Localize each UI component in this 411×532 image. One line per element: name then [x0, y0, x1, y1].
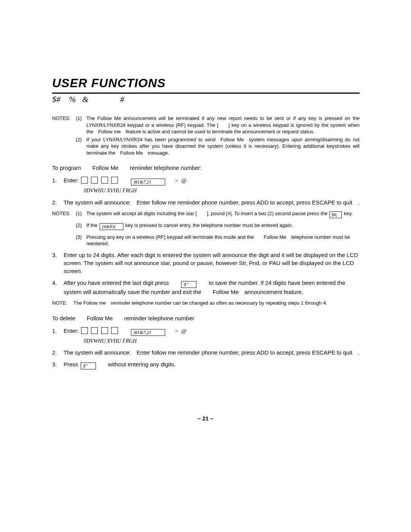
enter-label: Enter: [64, 328, 79, 334]
code-digit-box [91, 177, 98, 184]
delete-step-1: 1. Enter: )81&7,21 > @ 0DVWHU XVHU FRGH [52, 327, 360, 345]
enter-label: Enter: [64, 177, 79, 184]
function-key: )81&7,21 [131, 329, 165, 336]
notes-top-item-1: NOTES: (1) The Follow Me announcement wi… [52, 115, 360, 135]
function-key: )81&7,21 [131, 179, 165, 185]
code-digit-box [81, 177, 88, 184]
step-body: The system will announce: Enter follow m… [64, 348, 360, 356]
key-suffix: > @ [167, 177, 186, 184]
code-digit-box [101, 177, 108, 184]
escape-key: (6&$3( [100, 223, 123, 230]
step-number: 3. [52, 251, 64, 275]
notes-text: If your LYNXR/LYNXR24 has been programme… [86, 136, 360, 157]
notes-index: (2) [76, 136, 86, 157]
step-body: Enter: )81&7,21 > @ 0DVWHU XVHU FRGH [64, 327, 360, 345]
step-body: After you have entered the last digit pr… [64, 279, 360, 296]
code-digit-box [91, 327, 98, 334]
step-body: Enter up to 24 digits. After each digit … [64, 251, 360, 275]
add-key: $'' [181, 281, 196, 288]
notes-label: NOTES: [52, 115, 76, 135]
add-key: $'' [81, 363, 96, 369]
code-digit-box [111, 177, 118, 184]
notes-index: (3) [76, 234, 86, 247]
notes-top: NOTES: (1) The Follow Me announcement wi… [52, 115, 360, 156]
notes-label: NOTES: [52, 210, 76, 218]
program-step-3: 3. Enter up to 24 digits. After each dig… [52, 251, 360, 275]
note-label: NOTE: [52, 300, 73, 307]
program-step-2: 2. The system will announce: Enter follo… [52, 198, 360, 206]
aux-key: $8; [330, 211, 342, 218]
notes-text: Pressing any key on a wireless (RF) keyp… [86, 234, 360, 247]
page-content: USER FUNCTIONS $# % & # NOTES: (1) The F… [0, 0, 411, 532]
step-body: The system will announce: Enter follow m… [64, 198, 360, 206]
step-body: Enter: )81&7,21 > @ 0DVWHU XVHU FRGH [64, 176, 360, 195]
program-step-4: 4. After you have entered the last digit… [52, 279, 360, 296]
note-text: The Follow me reminder telephone number … [73, 300, 360, 307]
step-number: 1. [52, 176, 64, 195]
notes-inner-item-3: (3) Pressing any key on a wireless (RF) … [52, 234, 360, 247]
step-number: 4. [52, 279, 64, 296]
key-suffix: > @ [167, 328, 186, 334]
notes-inner: NOTES: (1) The system will accept all di… [52, 210, 360, 247]
notes-top-item-2: (2) If your LYNXR/LYNXR24 has been progr… [52, 136, 360, 157]
code-digit-box [111, 327, 118, 334]
step-number: 2. [52, 348, 64, 356]
step-body: Press $'' without entering any digits. [64, 360, 360, 369]
program-heading: To program Follow Me reminder telephone … [52, 165, 360, 171]
delete-step-3: 3. Press $'' without entering any digits… [52, 360, 360, 369]
page-number: – 21 – [0, 415, 411, 422]
step-number: 3. [52, 360, 64, 369]
master-user-code-label: 0DVWHU XVHU FRGH [84, 187, 360, 195]
notes-inner-item-1: NOTES: (1) The system will accept all di… [52, 210, 360, 218]
delete-heading: To delete Follow Me reminder telephone n… [52, 315, 360, 321]
code-digit-box [101, 327, 108, 334]
note-final: NOTE: The Follow me reminder telephone n… [52, 300, 360, 307]
program-step-1: 1. Enter: )81&7,21 > @ 0DVWHU XVHU FRGH [52, 176, 360, 195]
notes-index: (1) [76, 115, 86, 135]
notes-inner-item-2: (2) If the (6&$3( key is pressed to canc… [52, 222, 360, 230]
notes-text: If the (6&$3( key is pressed to cancel e… [86, 222, 360, 230]
notes-index: (2) [76, 222, 86, 230]
title-rule [52, 93, 360, 94]
code-digit-box [81, 327, 88, 334]
delete-step-2: 2. The system will announce: Enter follo… [52, 348, 360, 356]
step-number: 2. [52, 198, 64, 206]
step-number: 1. [52, 327, 64, 345]
notes-index: (1) [76, 210, 86, 218]
page-title: USER FUNCTIONS [52, 76, 360, 90]
notes-text: The system will accept all digits includ… [86, 210, 360, 218]
page-subtitle: $# % & # [52, 94, 360, 104]
notes-text: The Follow Me announcement will be termi… [86, 115, 360, 135]
master-user-code-label: 0DVWHU XVHU FRGH [84, 337, 360, 345]
